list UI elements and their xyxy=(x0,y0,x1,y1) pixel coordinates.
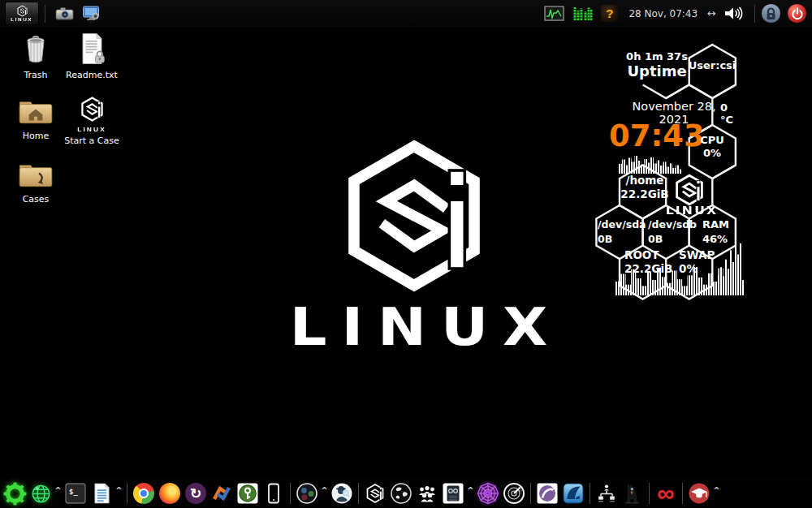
question-mark-glyph: ? xyxy=(601,5,618,22)
dock-academy-cap-icon[interactable] xyxy=(687,481,711,506)
svg-text:$_: $_ xyxy=(69,488,78,496)
dock-group-caret[interactable]: ^ xyxy=(321,486,328,495)
desktop-icon-cases[interactable]: Cases xyxy=(6,159,66,204)
system-load-monitor-icon[interactable] xyxy=(544,6,564,21)
desktop-icon-start-a-case[interactable]: LINUX Start a Case xyxy=(62,96,122,146)
temp-value: 0 xyxy=(720,101,745,114)
dock-group-caret[interactable]: ^ xyxy=(713,486,720,495)
csi-menu-button[interactable]: LINUX xyxy=(5,2,39,25)
conky-user: User:csi xyxy=(672,59,753,71)
dock-wireshark-icon[interactable] xyxy=(561,481,585,506)
ram-value: 46% xyxy=(702,232,753,247)
desktop-icon-readme[interactable]: Readme.txt xyxy=(62,32,122,80)
dock-guard-dog-icon[interactable] xyxy=(620,481,645,506)
camera-icon[interactable] xyxy=(55,6,74,20)
desktop-icon-label: Cases xyxy=(6,194,66,204)
swap-label: SWAP xyxy=(679,248,729,262)
power-button[interactable] xyxy=(787,3,807,24)
dock-detective-icon[interactable] xyxy=(330,481,354,506)
dock-forensic-device-icon[interactable] xyxy=(441,481,465,506)
dock-separator xyxy=(358,483,359,504)
desktop-icon-label: Start a Case xyxy=(62,136,122,146)
dock-smartphone-icon[interactable] xyxy=(261,481,286,506)
lock-icon xyxy=(765,7,777,20)
dock-separator xyxy=(127,483,127,504)
conky-sda: /dev/sda 0B xyxy=(598,217,648,247)
dock-chrome-icon[interactable] xyxy=(132,481,156,506)
desktop-icon-trash[interactable]: Trash xyxy=(6,32,66,80)
temp-unit: °C xyxy=(720,114,745,126)
dock-separator xyxy=(649,483,650,504)
desktop-icon-label: Trash xyxy=(6,70,66,80)
sdb-label: /dev/sdb xyxy=(648,217,698,232)
wallpaper-wordmark: LINUX xyxy=(290,297,550,357)
dock-separator xyxy=(530,483,531,504)
conky-cpu: CPU 0% xyxy=(672,134,753,160)
conky-sdb: /dev/sdb 0B xyxy=(648,217,698,247)
dock-gear-app-menu-icon[interactable] xyxy=(2,481,27,506)
dock-dark-globe-icon[interactable] xyxy=(389,481,413,506)
desktop-icon-home[interactable]: Home xyxy=(6,96,66,141)
sdb-value: 0B xyxy=(648,232,698,247)
dock-spider-web-icon[interactable] xyxy=(476,481,500,506)
csi-linux-desktop: LINUX xyxy=(0,0,812,508)
screenshot-tool-icon[interactable] xyxy=(82,6,101,21)
csi-hexagon-logo xyxy=(339,140,490,292)
sda-label: /dev/sda xyxy=(598,217,648,232)
dock-separator xyxy=(590,483,590,504)
dock-firefox-icon[interactable] xyxy=(158,481,182,506)
dock-network-globe-icon[interactable] xyxy=(28,481,53,506)
home-folder-icon xyxy=(17,96,54,126)
dock-text-editor-icon[interactable] xyxy=(89,481,114,506)
ram-label: RAM xyxy=(702,217,753,232)
help-icon[interactable]: ? xyxy=(601,5,618,22)
desktop-icon-label: Readme.txt xyxy=(62,70,122,80)
dock-terminal-icon[interactable]: $_ xyxy=(63,481,88,506)
dock-people-group-icon[interactable] xyxy=(415,481,439,506)
dock-package-dots-icon[interactable] xyxy=(295,481,319,506)
dock-red-infinity-icon[interactable]: ∞ xyxy=(654,481,678,506)
dock-separator xyxy=(682,483,683,504)
dock-radar-icon[interactable] xyxy=(502,481,526,506)
resize-arrows-icon[interactable]: ↔ xyxy=(707,7,716,19)
dock-csi-linux-tools-icon[interactable] xyxy=(363,481,387,506)
csi-logo-icon xyxy=(79,96,106,123)
conky-csi-wordmark: LINUX xyxy=(652,204,731,217)
conky-csi-logo xyxy=(672,173,706,207)
panel-clock[interactable]: 28 Nov, 07:43 xyxy=(628,8,698,19)
panel-separator xyxy=(754,5,755,23)
dock-group-caret[interactable]: ^ xyxy=(54,486,62,495)
csi-menu-wordmark: LINUX xyxy=(11,17,33,22)
top-panel: LINUX xyxy=(0,0,812,27)
power-icon xyxy=(791,7,804,20)
trash-icon xyxy=(19,32,53,65)
dock: ^ $_ ^ ↻ xyxy=(0,479,812,508)
dock-org-chart-icon[interactable] xyxy=(594,481,619,506)
root-label: ROOT xyxy=(624,248,683,262)
dock-purple-disc-icon[interactable] xyxy=(535,481,559,506)
cpu-value: 0% xyxy=(672,147,753,160)
network-traffic-monitor-icon[interactable] xyxy=(572,6,593,21)
lock-screen-button[interactable] xyxy=(761,3,781,24)
sda-value: 0B xyxy=(598,232,648,247)
panel-separator xyxy=(45,5,45,23)
dock-group-caret[interactable]: ^ xyxy=(467,486,474,495)
volume-icon[interactable] xyxy=(723,6,745,21)
dock-keepassxc-icon[interactable] xyxy=(235,481,260,506)
cpu-label: CPU xyxy=(672,134,753,147)
csi-logo-wordmark: LINUX xyxy=(60,126,123,133)
desktop-icon-label: Home xyxy=(6,131,66,141)
dock-interlocked-ribbons-icon[interactable] xyxy=(209,481,234,506)
conky-ram: RAM 46% xyxy=(702,217,753,247)
conky-temperature: 0 °C xyxy=(720,101,745,126)
document-lock-icon xyxy=(76,32,107,65)
cases-folder-icon xyxy=(17,159,54,189)
wallpaper-csi-logo: LINUX xyxy=(292,140,536,357)
csi-logo-icon xyxy=(16,5,28,17)
dock-sync-refresh-icon[interactable]: ↻ xyxy=(184,481,208,506)
dock-group-caret[interactable]: ^ xyxy=(115,486,123,495)
dock-separator xyxy=(290,483,291,504)
